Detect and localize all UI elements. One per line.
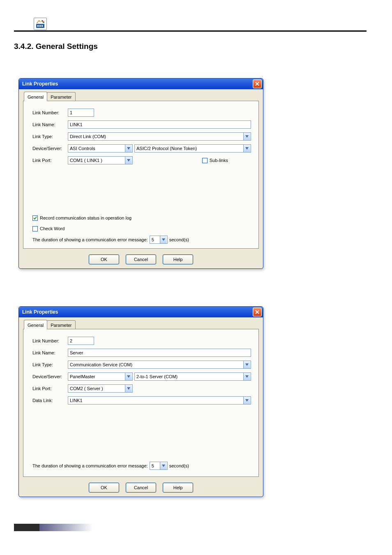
device-server-vendor-combo[interactable]: ASI Controls bbox=[68, 144, 133, 153]
footer-accent bbox=[14, 524, 39, 531]
link-name-field[interactable]: LINK1 bbox=[68, 120, 251, 129]
tab-body-general: Link Number: 2 Link Name: Server Link Ty… bbox=[23, 329, 259, 477]
svg-point-5 bbox=[43, 21, 44, 23]
duration-unit: second(s) bbox=[169, 237, 189, 242]
label-link-port: Link Port: bbox=[32, 158, 68, 163]
sub-links-label: Sub-links bbox=[210, 158, 228, 163]
close-button[interactable] bbox=[253, 79, 262, 88]
chevron-down-icon bbox=[160, 462, 167, 469]
check-word-checkbox[interactable] bbox=[32, 226, 38, 231]
device-server-vendor-combo[interactable]: PanelMaster bbox=[68, 372, 133, 381]
help-button[interactable]: Help bbox=[163, 254, 193, 264]
label-link-number: Link Number: bbox=[32, 110, 68, 115]
window-title: Link Properties bbox=[22, 81, 253, 87]
tab-body-general: Link Number: 1 Link Name: LINK1 Link Typ… bbox=[23, 101, 259, 249]
svg-point-4 bbox=[42, 20, 43, 22]
link-port-value: COM2 ( Server ) bbox=[70, 385, 124, 392]
footer-accent-gradient bbox=[39, 524, 93, 531]
chevron-down-icon bbox=[125, 145, 132, 152]
link-port-combo[interactable]: COM2 ( Server ) bbox=[68, 384, 133, 393]
link-port-value: COM1 ( LINK1 ) bbox=[70, 157, 124, 164]
duration-label: The duration of showing a communication … bbox=[32, 237, 148, 242]
tab-general[interactable]: General bbox=[24, 92, 47, 101]
titlebar[interactable]: Link Properties bbox=[19, 307, 263, 317]
device-server-protocol-combo[interactable]: 2-to-1 Server (COM) bbox=[134, 372, 251, 381]
close-icon bbox=[255, 82, 259, 86]
chevron-down-icon bbox=[125, 373, 132, 380]
tab-strip: General Parameter bbox=[24, 321, 259, 329]
device-vendor-value: PanelMaster bbox=[70, 373, 124, 380]
svg-rect-1 bbox=[37, 25, 39, 27]
link-name-field[interactable]: Server bbox=[68, 349, 251, 357]
link-type-combo[interactable]: Direct Link (COM) bbox=[68, 132, 251, 141]
cancel-button[interactable]: Cancel bbox=[126, 483, 156, 493]
label-link-number: Link Number: bbox=[32, 338, 68, 343]
chevron-down-icon bbox=[243, 397, 250, 404]
header-rule bbox=[14, 30, 367, 32]
chevron-down-icon bbox=[125, 385, 132, 392]
link-type-value: Communication Service (COM) bbox=[70, 361, 242, 368]
label-link-type: Link Type: bbox=[32, 362, 68, 367]
chevron-down-icon bbox=[243, 133, 250, 140]
close-icon bbox=[255, 310, 259, 314]
duration-label: The duration of showing a communication … bbox=[32, 463, 148, 468]
label-data-link: Data Link: bbox=[32, 398, 68, 403]
close-button[interactable] bbox=[253, 308, 262, 317]
link-properties-dialog-1: Link Properties General Parameter Link N… bbox=[18, 78, 263, 269]
tab-parameter[interactable]: Parameter bbox=[47, 92, 75, 101]
record-log-label: Record communication status in operation… bbox=[40, 215, 131, 220]
dialog-button-row: OK Cancel Help bbox=[19, 254, 263, 264]
titlebar[interactable]: Link Properties bbox=[19, 79, 263, 89]
link-type-value: Direct Link (COM) bbox=[70, 133, 242, 140]
check-word-label: Check Word bbox=[40, 226, 65, 231]
chevron-down-icon bbox=[160, 236, 167, 243]
section-heading: 3.4.2. General Settings bbox=[14, 42, 98, 51]
duration-combo[interactable]: 5 bbox=[150, 462, 168, 470]
data-link-value: LINK1 bbox=[70, 397, 242, 404]
duration-value: 5 bbox=[152, 462, 159, 469]
device-vendor-value: ASI Controls bbox=[70, 145, 124, 152]
ok-button[interactable]: OK bbox=[89, 483, 119, 493]
chevron-down-icon bbox=[243, 145, 250, 152]
tab-strip: General Parameter bbox=[24, 92, 259, 101]
sub-links-checkbox[interactable] bbox=[202, 158, 208, 163]
label-link-port: Link Port: bbox=[32, 386, 68, 391]
svg-rect-2 bbox=[39, 25, 41, 27]
cancel-button[interactable]: Cancel bbox=[126, 254, 156, 264]
dialog-button-row: OK Cancel Help bbox=[19, 483, 263, 493]
device-server-protocol-combo[interactable]: ASIC/2 Protocol (None Token) bbox=[134, 144, 251, 153]
window-title: Link Properties bbox=[22, 309, 253, 315]
record-log-checkbox[interactable] bbox=[32, 215, 38, 221]
label-link-type: Link Type: bbox=[32, 134, 68, 139]
chevron-down-icon bbox=[243, 373, 250, 380]
tab-parameter[interactable]: Parameter bbox=[47, 320, 75, 329]
link-properties-dialog-2: Link Properties General Parameter Link N… bbox=[18, 306, 263, 497]
device-protocol-value: 2-to-1 Server (COM) bbox=[136, 373, 242, 380]
link-port-combo[interactable]: COM1 ( LINK1 ) bbox=[68, 156, 133, 164]
device-protocol-value: ASIC/2 Protocol (None Token) bbox=[136, 145, 242, 152]
label-device-server: Device/Server: bbox=[32, 374, 68, 379]
label-link-name: Link Name: bbox=[32, 350, 68, 355]
link-type-combo[interactable]: Communication Service (COM) bbox=[68, 361, 251, 369]
link-number-field[interactable]: 1 bbox=[68, 109, 94, 117]
link-number-field[interactable]: 2 bbox=[68, 337, 94, 345]
app-logo-icon bbox=[34, 18, 47, 30]
help-button[interactable]: Help bbox=[163, 483, 193, 493]
data-link-combo[interactable]: LINK1 bbox=[68, 396, 251, 405]
duration-combo[interactable]: 5 bbox=[150, 236, 168, 244]
chevron-down-icon bbox=[243, 361, 250, 368]
chevron-down-icon bbox=[125, 157, 132, 164]
svg-rect-3 bbox=[42, 25, 43, 27]
duration-unit: second(s) bbox=[169, 463, 189, 468]
ok-button[interactable]: OK bbox=[89, 254, 119, 264]
duration-value: 5 bbox=[152, 236, 159, 243]
label-device-server: Device/Server: bbox=[32, 146, 68, 151]
label-link-name: Link Name: bbox=[32, 122, 68, 127]
tab-general[interactable]: General bbox=[24, 320, 47, 329]
